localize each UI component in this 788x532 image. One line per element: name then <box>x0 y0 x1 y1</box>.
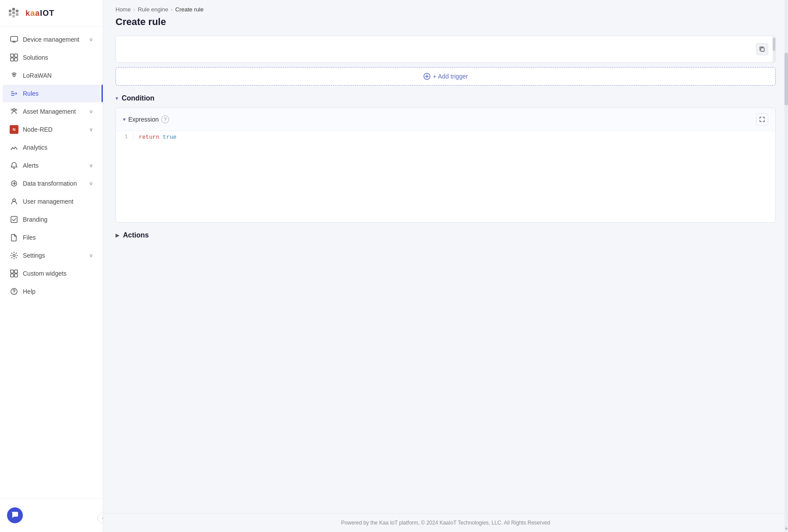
logo: kaaIOT <box>9 7 94 19</box>
condition-section-header[interactable]: ▾ Condition <box>116 94 776 102</box>
chevron-down-icon: ∨ <box>89 162 93 169</box>
sidebar-item-user-management[interactable]: User management <box>3 193 100 210</box>
sidebar-item-label: Custom widgets <box>23 270 67 277</box>
svg-rect-9 <box>14 54 18 57</box>
device-management-icon <box>10 35 18 44</box>
condition-section: ▾ Condition ▾ Expression ? 1 <box>116 94 776 223</box>
copy-button[interactable] <box>756 43 768 55</box>
data-transformation-icon <box>10 179 18 188</box>
svg-rect-21 <box>14 270 18 273</box>
sidebar-item-node-red[interactable]: N Node-RED ∨ <box>3 121 100 138</box>
expression-label: Expression <box>128 116 159 123</box>
actions-section-title: Actions <box>123 231 149 239</box>
code-editor[interactable]: 1 return true <box>116 131 775 222</box>
branding-icon <box>10 215 18 224</box>
footer-text: Powered by the Kaa IoT platform, © 2024 … <box>341 520 550 526</box>
scrollbar-arrow-down[interactable]: ▼ <box>784 525 788 532</box>
breadcrumb-home[interactable]: Home <box>116 6 131 13</box>
logo-area: kaaIOT <box>0 0 103 27</box>
breadcrumb-sep-2: › <box>171 7 173 13</box>
expression-toggle-icon[interactable]: ▾ <box>123 116 126 122</box>
chevron-down-icon: ∨ <box>89 252 93 259</box>
svg-rect-3 <box>12 11 15 14</box>
breadcrumb-rule-engine[interactable]: Rule engine <box>138 6 168 13</box>
trigger-scrollbar-thumb <box>773 38 775 51</box>
svg-rect-11 <box>14 58 18 61</box>
svg-rect-6 <box>16 13 18 16</box>
actions-toggle-icon: ▶ <box>116 232 119 238</box>
settings-icon <box>10 251 18 260</box>
sidebar-item-alerts[interactable]: Alerts ∨ <box>3 157 100 174</box>
chat-button[interactable] <box>7 507 23 523</box>
sidebar-item-label: Node-RED <box>23 126 53 133</box>
svg-point-25 <box>14 293 14 294</box>
sidebar-item-device-management[interactable]: Device management ∨ <box>3 31 100 48</box>
chevron-down-icon: ∨ <box>89 108 93 115</box>
svg-point-15 <box>11 109 13 111</box>
svg-rect-18 <box>11 216 17 223</box>
sidebar-item-help[interactable]: Help <box>3 283 100 300</box>
sidebar-item-asset-management[interactable]: Asset Management ∨ <box>3 103 100 120</box>
chevron-down-icon: ∨ <box>89 180 93 187</box>
sidebar-item-custom-widgets[interactable]: Custom widgets <box>3 265 100 282</box>
sidebar-item-label: Solutions <box>23 54 48 61</box>
sidebar-bottom <box>0 498 103 532</box>
trigger-card-inner <box>116 36 775 62</box>
svg-rect-4 <box>12 15 15 18</box>
lorawan-icon <box>10 71 18 80</box>
svg-rect-1 <box>9 13 11 16</box>
svg-point-17 <box>13 199 15 201</box>
page-scrollbar-thumb <box>784 53 788 105</box>
sidebar-item-solutions[interactable]: Solutions <box>3 49 100 66</box>
keyword-true: true <box>163 134 177 140</box>
svg-rect-2 <box>12 8 15 11</box>
breadcrumb-sep-1: › <box>134 7 135 13</box>
sidebar-item-rules[interactable]: Rules <box>3 85 100 102</box>
sidebar-item-branding[interactable]: Branding <box>3 211 100 228</box>
svg-rect-7 <box>11 36 18 41</box>
expression-help-icon[interactable]: ? <box>161 115 169 123</box>
sidebar-item-label: Branding <box>23 216 47 223</box>
sidebar-item-analytics[interactable]: Analytics <box>3 139 100 156</box>
code-line-1: 1 return true <box>116 131 775 143</box>
svg-point-12 <box>13 75 15 77</box>
alerts-icon <box>10 161 18 170</box>
chevron-down-icon: ∨ <box>89 126 93 133</box>
condition-card: ▾ Expression ? 1 return true <box>116 108 776 223</box>
sidebar-item-data-transformation[interactable]: Data transformation ∨ <box>3 175 100 192</box>
actions-section: ▶ Actions <box>116 231 776 239</box>
expression-expand-button[interactable] <box>756 113 768 126</box>
sidebar-item-label: LoRaWAN <box>23 72 52 79</box>
code-content-1: return true <box>139 133 177 141</box>
footer: Powered by the Kaa IoT platform, © 2024 … <box>103 513 788 532</box>
help-icon <box>10 287 18 296</box>
add-trigger-button[interactable]: + Add trigger <box>116 67 776 86</box>
svg-rect-0 <box>9 10 11 12</box>
sidebar-item-label: Rules <box>23 90 39 97</box>
user-management-icon <box>10 197 18 206</box>
page-title: Create rule <box>116 16 776 28</box>
trigger-card <box>116 36 776 63</box>
sidebar-item-files[interactable]: Files <box>3 229 100 246</box>
logo-text: kaaIOT <box>25 9 54 18</box>
svg-rect-26 <box>761 48 764 51</box>
node-red-icon: N <box>10 125 18 134</box>
svg-rect-5 <box>16 10 18 12</box>
sidebar-item-label: Settings <box>23 252 45 259</box>
sidebar-item-label: Alerts <box>23 162 39 169</box>
sidebar-item-label: Asset Management <box>23 108 76 115</box>
sidebar-item-settings[interactable]: Settings ∨ <box>3 247 100 264</box>
svg-rect-20 <box>11 270 14 273</box>
page-scrollbar-track[interactable]: ▼ <box>784 0 788 532</box>
sidebar-item-lorawan[interactable]: LoRaWAN <box>3 67 100 84</box>
code-editor-empty-space[interactable] <box>116 143 775 222</box>
svg-point-14 <box>16 109 17 111</box>
add-trigger-label: + Add trigger <box>433 73 468 80</box>
actions-section-header[interactable]: ▶ Actions <box>116 231 776 239</box>
line-number-1: 1 <box>116 133 134 141</box>
breadcrumb-create-rule: Create rule <box>175 6 203 13</box>
logo-icon <box>9 7 23 19</box>
files-icon <box>10 233 18 242</box>
svg-rect-8 <box>11 54 14 57</box>
svg-point-13 <box>13 109 15 111</box>
